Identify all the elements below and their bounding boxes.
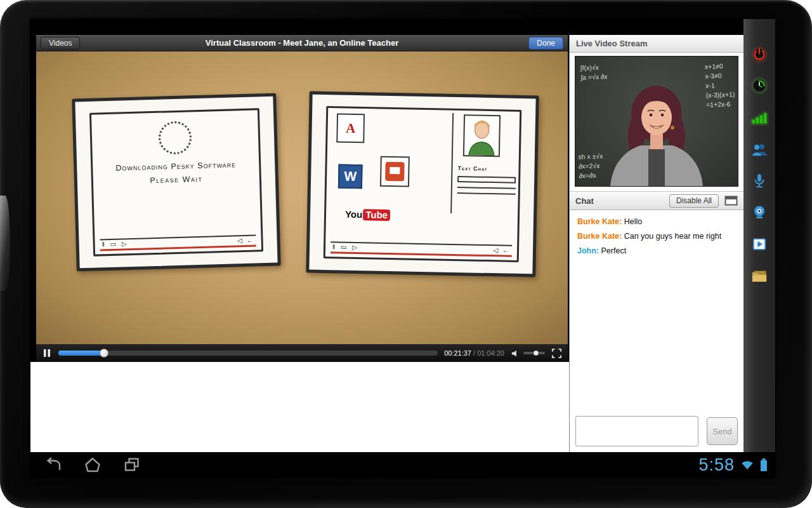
content-area-blank	[30, 362, 569, 452]
power-icon	[750, 44, 769, 64]
contacts-icon	[750, 140, 769, 159]
sketch-speaker-glyphs-icon: ◁ ←	[237, 237, 254, 244]
popout-window-button[interactable]	[724, 196, 738, 206]
window-icon	[724, 196, 738, 206]
chat-title: Chat	[575, 196, 594, 206]
done-button[interactable]: Done	[528, 37, 563, 50]
toolbar-webcam-button[interactable]	[749, 202, 770, 224]
toolbar-microphone-button[interactable]	[749, 170, 770, 192]
chat-text: Perfect	[601, 246, 627, 255]
sketch-paper-left: Downloading Pesky Software Please Wait ‖…	[72, 93, 280, 272]
disable-all-button[interactable]: Disable All	[669, 194, 719, 208]
chat-text: Hello	[624, 217, 643, 226]
toolbar-power-button[interactable]	[749, 43, 770, 65]
chat-message: John: Perfect	[577, 246, 736, 255]
pause-button[interactable]	[42, 348, 52, 358]
text-chat-line-sketch	[457, 192, 516, 195]
home-icon	[84, 457, 102, 473]
sketch-screen-right: A	[324, 106, 522, 262]
volume-knob[interactable]	[533, 351, 539, 356]
back-icon	[44, 457, 62, 473]
sketch-controls-glyphs-icon: ‖ ▭ ▷	[102, 240, 129, 248]
send-button[interactable]: Send	[707, 417, 738, 445]
microphone-icon	[750, 171, 769, 190]
system-navigation-bar: 5:58	[30, 452, 775, 478]
video-surface[interactable]: Downloading Pesky Software Please Wait ‖…	[36, 51, 568, 344]
word-icon: W	[338, 164, 363, 189]
sketch-divider	[450, 113, 454, 213]
toolbar-clock-button[interactable]	[749, 75, 770, 97]
youtube-logo: YouTube	[345, 209, 390, 220]
app-window: Videos Virtual Classroom - Meet Jane, an…	[30, 19, 775, 452]
sketch-screen-left: Downloading Pesky Software Please Wait ‖…	[89, 108, 263, 256]
text-chat-line-sketch	[457, 187, 516, 189]
text-chat-sketch: Text Chat	[457, 165, 516, 195]
wifi-icon	[740, 458, 754, 471]
sketch-text-line1: Downloading Pesky Software	[115, 160, 236, 172]
sidebar: Live Video Stream ∫f(x)√x ∫a =√x ∂x sh x…	[569, 35, 743, 452]
live-video-stream: ∫f(x)√x ∫a =√x ∂x sh x ±√x ∂x=2√x ∂x=∂x …	[575, 56, 738, 187]
fullscreen-button[interactable]	[551, 348, 562, 359]
sketch-player-controls: ‖ ▭ ▷ ◁ ←	[331, 241, 512, 257]
text-chat-box-sketch	[457, 176, 516, 184]
battery-icon	[760, 458, 768, 472]
progress-bar[interactable]	[58, 351, 438, 356]
chat-author: Burke Kate:	[577, 232, 622, 241]
chat-header: Chat Disable All	[570, 191, 743, 210]
chat-message: Burke Kate: Hello	[577, 217, 736, 226]
side-toolbar	[743, 19, 775, 452]
toolbar-signal-button[interactable]	[749, 107, 770, 128]
nav-back-button[interactable]	[43, 456, 63, 474]
powerpoint-icon	[380, 156, 410, 187]
progress-knob[interactable]	[100, 349, 108, 358]
toolbar-contacts-button[interactable]	[749, 138, 770, 160]
chat-input-row: Send	[575, 415, 738, 447]
clock-icon	[750, 76, 769, 95]
chat-author: John:	[577, 246, 599, 255]
status-cluster: 5:58	[698, 452, 768, 478]
text-chat-label: Text Chat	[457, 165, 516, 173]
toolbar-files-button[interactable]	[749, 265, 770, 287]
progress-fill	[58, 351, 104, 356]
avatar-sketch-icon	[463, 114, 501, 157]
webcam-icon	[750, 203, 769, 222]
sketch-speaker-glyphs-icon: ◁ ←	[493, 246, 510, 254]
speaker-icon[interactable]	[511, 349, 520, 358]
chat-input[interactable]	[575, 416, 698, 446]
fullscreen-icon	[551, 348, 562, 359]
tablet-frame: Videos Virtual Classroom - Meet Jane, an…	[0, 0, 812, 508]
toolbar-video-button[interactable]	[749, 234, 770, 255]
chat-author: Burke Kate:	[577, 217, 622, 226]
sketch-paper-right: A	[306, 91, 539, 277]
pdf-icon: A	[336, 113, 365, 143]
video-player: Videos Virtual Classroom - Meet Jane, an…	[30, 35, 569, 362]
teacher-portrait	[606, 73, 707, 186]
dotted-spinner-icon	[158, 121, 192, 154]
chalkboard-formulas: x+1≠0 x-3≠0 x-1 (x-3)(x+1) =1+2x-6	[705, 61, 735, 110]
live-stream-header: Live Video Stream	[570, 35, 743, 53]
chalkboard-formulas: ∫f(x)√x ∫a =√x ∂x	[580, 62, 607, 82]
status-clock: 5:58	[698, 455, 735, 475]
volume-control	[511, 349, 545, 358]
recents-icon	[123, 457, 141, 473]
volume-slider[interactable]	[523, 352, 545, 354]
folder-icon	[750, 267, 769, 286]
chalkboard-formulas: sh x ±√x ∂x=2√x ∂x=∂x	[578, 151, 603, 180]
playback-controls: 00:21:37 / 01:04:20	[36, 344, 568, 362]
chat-message-list: Burke Kate: Hello Burke Kate: Can you gu…	[570, 210, 743, 382]
sketch-text-line2: Please Wait	[150, 175, 202, 185]
player-title-bar: Videos Virtual Classroom - Meet Jane, an…	[36, 35, 568, 51]
chat-message: Burke Kate: Can you guys hear me right	[577, 232, 736, 241]
chat-text: Can you guys hear me right	[624, 232, 722, 241]
signal-bars-icon	[750, 108, 769, 127]
pause-icon	[42, 348, 52, 358]
video-play-icon	[750, 235, 769, 254]
total-time: 01:04:20	[477, 349, 504, 357]
sketch-controls-glyphs-icon: ‖ ▭ ▷	[332, 243, 359, 251]
current-time: 00:21:37	[444, 349, 471, 357]
nav-home-button[interactable]	[82, 456, 103, 474]
nav-recents-button[interactable]	[122, 456, 142, 474]
screen: Videos Virtual Classroom - Meet Jane, an…	[30, 19, 775, 478]
time-display: 00:21:37 / 01:04:20	[444, 349, 504, 357]
page-title: Virtual Classroom - Meet Jane, an Online…	[36, 38, 568, 48]
